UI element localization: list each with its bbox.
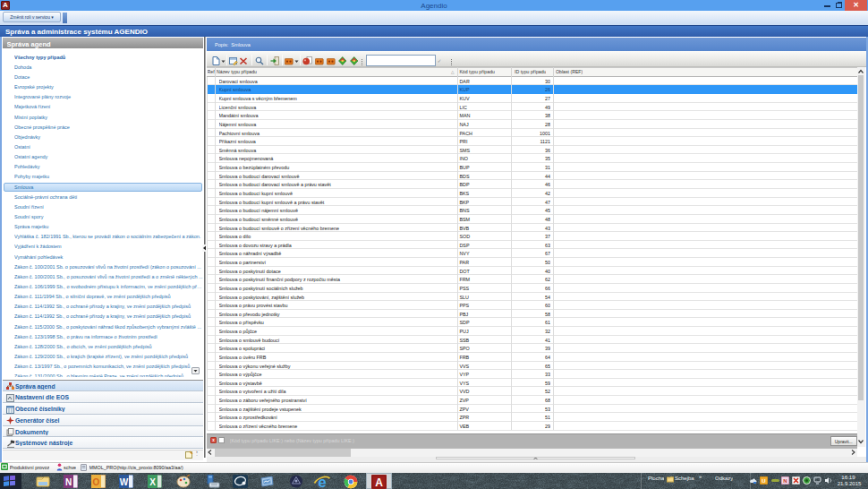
svg-text:N: N (64, 476, 71, 486)
svg-text:O: O (93, 476, 100, 486)
svg-text:W: W (120, 476, 129, 486)
svg-text:N: N (783, 478, 787, 484)
svg-text:U: U (762, 478, 765, 484)
svg-text:A: A (375, 476, 383, 488)
svg-text:X: X (149, 476, 156, 486)
